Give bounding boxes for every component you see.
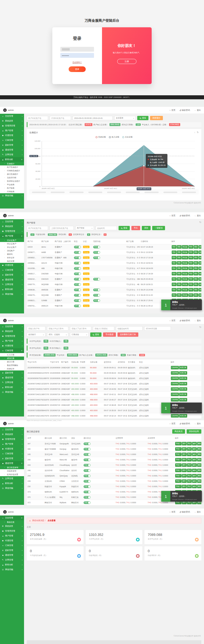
resend-order-button[interactable]: 补发订单 <box>179 414 187 418</box>
channel-button[interactable]: 通道 <box>194 245 198 249</box>
sidebar-item[interactable]: ▪ 冻结用户 <box>0 249 24 252</box>
nav-logout[interactable]: →退出 <box>194 511 201 513</box>
nav-home[interactable]: ⌂首页 <box>170 422 175 425</box>
refresh-cache-button[interactable]: 刷新缓存 <box>150 116 163 120</box>
sidebar-item[interactable]: ≡ 订单管理 ‹ <box>0 268 24 272</box>
order-detail-button[interactable]: 订单详情 <box>171 398 179 401</box>
risk-button[interactable]: 风控 <box>189 277 193 281</box>
rate-button[interactable]: 费率 <box>182 447 187 451</box>
deposit-button[interactable]: 保证金 <box>182 245 188 249</box>
date-range-input[interactable] <box>73 116 113 120</box>
risk-button[interactable]: 风控 <box>187 479 192 483</box>
sidebar-item[interactable]: ▪ 投诉保证金统计 <box>0 179 24 183</box>
recharge-toggle[interactable]: 开启 <box>93 256 100 259</box>
sidebar-item[interactable]: ▲ 财务分析 ‹ <box>0 481 24 486</box>
sidebar-item[interactable]: ▪ 待认证用户 <box>0 242 24 245</box>
risk-button[interactable]: 风控 <box>189 272 193 275</box>
rate-button[interactable]: 费率 <box>182 479 187 483</box>
sidebar-item[interactable]: ◆ 代理管理 ‹ <box>0 263 24 268</box>
sidebar-item[interactable]: ▪ 风控设置 <box>0 259 24 263</box>
channel-button[interactable]: 通道 <box>194 293 198 297</box>
notification-toast[interactable]: 1 新通知 有客户，提现啦.. Google Chrome • 14.demoy… <box>161 403 202 413</box>
sidebar-item[interactable]: ✎ 文章管理 ‹ <box>0 476 24 481</box>
rate-button[interactable]: 费率 <box>182 469 187 472</box>
login-as-button[interactable]: 登录 <box>172 293 176 297</box>
sidebar-item[interactable]: ◉ 管理员管理 ‹ <box>0 437 24 442</box>
search-button[interactable]: 搜索 <box>119 226 130 230</box>
add-user-button[interactable]: 添加 <box>142 226 151 230</box>
resend-order-button[interactable]: 补发订单 <box>179 366 187 369</box>
nav-logout[interactable]: →退出 <box>194 319 201 322</box>
channel-status-toggle[interactable]: 开启 <box>84 459 91 461</box>
sidebar-item[interactable]: ◎ 其他功能 ‹ <box>0 193 24 198</box>
deposit-button[interactable]: 保证金 <box>182 251 188 254</box>
sidebar-item[interactable]: ◎ 其他功能 ‹ <box>0 390 24 395</box>
deposit-button[interactable]: 保证金 <box>182 293 188 297</box>
delete-button[interactable]: 删除 <box>197 479 202 483</box>
deposit-button[interactable]: 保证金 <box>182 267 188 270</box>
sidebar-item[interactable]: ⚙ 系统设置 ‹ <box>0 329 24 334</box>
sub-account-button[interactable]: 子账户 <box>175 469 182 472</box>
view-button[interactable]: 查看 <box>177 272 182 275</box>
alert-view-link[interactable]: 点击查看 <box>48 519 56 522</box>
legend-item[interactable]: 交易金额 <box>96 136 106 138</box>
sidebar-item[interactable]: ▪ 成功订单 <box>0 357 24 360</box>
view-button[interactable]: 查看 <box>177 245 182 249</box>
password-input[interactable] <box>60 53 94 58</box>
export-button[interactable]: 导出 <box>131 226 140 230</box>
channel-button[interactable]: 通道 <box>194 272 198 275</box>
legend-item[interactable]: 收入金额 <box>109 136 119 138</box>
sidebar-item[interactable]: ▪ 数据清理删除 <box>0 363 24 367</box>
parent-agent-input[interactable] <box>50 226 74 230</box>
resend-order-button[interactable]: 补发订单 <box>179 377 187 380</box>
sidebar-item[interactable]: ⚙ 系统设置 ‹ <box>0 432 24 437</box>
sidebar-item[interactable]: ▪ 供应商管理 <box>0 469 24 473</box>
status-toggle[interactable]: 正常 <box>74 251 81 254</box>
sub-account-button[interactable]: 子账户 <box>175 485 182 488</box>
sidebar-item[interactable]: ¥ 提款管理 ‹ <box>0 456 24 461</box>
channel-button[interactable]: 通道 <box>194 283 198 286</box>
nav-change-password[interactable]: 修改密码 <box>180 214 190 217</box>
sidebar-item[interactable]: ▪ 邀请码 <box>0 252 24 256</box>
downstream-order-input[interactable] <box>70 326 91 331</box>
resend-order-button[interactable]: 补发订单 <box>179 371 187 375</box>
create-time-input[interactable] <box>116 326 143 331</box>
delete-button[interactable]: 删除 <box>197 469 202 472</box>
risk-button[interactable]: 风控 <box>187 469 192 472</box>
view-button[interactable]: 查看 <box>177 267 182 270</box>
sidebar-item[interactable]: ⚙ 系统设置 ‹ <box>0 119 24 123</box>
user-id-input[interactable] <box>27 226 48 230</box>
username-input[interactable] <box>60 47 94 52</box>
sub-account-button[interactable]: 子账户 <box>175 447 182 451</box>
recharge-toggle[interactable]: 开启 <box>93 278 100 281</box>
sidebar-item[interactable]: ● 用户管理 ‹ <box>0 533 24 538</box>
order-detail-button[interactable]: 订单详情 <box>171 382 179 385</box>
view-button[interactable]: 查看 <box>177 293 182 297</box>
delete-button[interactable]: 删除 <box>197 474 202 478</box>
sidebar-item[interactable]: ▪ 商户报表 <box>0 186 24 190</box>
sidebar-item[interactable]: ▪ 登录记录 <box>0 256 24 259</box>
verify-button[interactable]: 验证 <box>199 277 202 281</box>
sidebar-item[interactable]: ▪ 代理商交易统计 <box>0 169 24 172</box>
login-as-button[interactable]: 登录 <box>172 272 176 275</box>
channel-button[interactable]: 通道 <box>194 256 198 259</box>
verify-button[interactable]: 验证 <box>199 267 202 270</box>
search-button[interactable]: 搜索 <box>137 116 148 120</box>
recharge-toggle[interactable]: 开启 <box>93 299 100 302</box>
sidebar-item[interactable]: ■ 通道管理 ‹ <box>0 277 24 282</box>
rate-button[interactable]: 费率 <box>182 485 187 488</box>
channel-status-toggle[interactable]: 开启 <box>84 485 91 488</box>
risk-button[interactable]: 风控 <box>187 453 192 456</box>
rate-button[interactable]: 费率 <box>182 442 187 445</box>
order-detail-button[interactable]: 订单详情 <box>171 414 179 418</box>
order-detail-button[interactable]: 订单详情 <box>171 393 179 396</box>
channel-status-toggle[interactable]: 开启 <box>84 453 91 456</box>
sidebar-item[interactable]: ≡ 订单管理 ∨ <box>0 348 24 353</box>
sidebar-item[interactable]: ◉ 管理员管理 ‹ <box>0 529 24 533</box>
verify-button[interactable]: 验证 <box>199 293 202 297</box>
sidebar-item[interactable]: ▪ 交易统计 <box>0 162 24 165</box>
login-button[interactable]: 登录 <box>69 66 86 72</box>
status-toggle[interactable]: 正常 <box>74 289 81 291</box>
notification-toast[interactable]: 1 新通知 有客户，提现啦.. Google Chrome • 14.demoy… <box>161 491 202 502</box>
rate-button[interactable]: 费率 <box>182 463 187 467</box>
